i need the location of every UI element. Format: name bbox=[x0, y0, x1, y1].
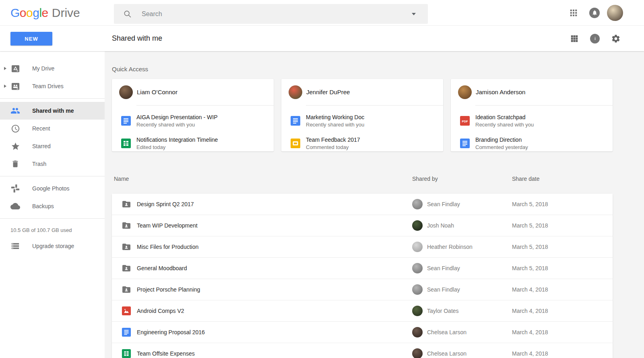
sidebar-item-shared-with-me[interactable]: Shared with me bbox=[0, 102, 105, 120]
table-row[interactable]: Android Comps V2 Taylor Oates March 4, 2… bbox=[112, 300, 613, 322]
row-share-date: March 4, 2018 bbox=[512, 329, 548, 335]
search-icon bbox=[123, 10, 132, 19]
file-status: Recently shared with you bbox=[475, 122, 534, 128]
column-header-name[interactable]: Name bbox=[114, 176, 129, 182]
sidebar-item-label: Trash bbox=[32, 161, 46, 167]
sidebar-item-backups[interactable]: Backups bbox=[0, 197, 105, 215]
docs-file-icon bbox=[121, 116, 131, 126]
pdf-file-icon: PDF bbox=[460, 116, 470, 126]
page-title: Shared with me bbox=[112, 26, 162, 51]
quick-access-title: Quick Access bbox=[112, 66, 644, 72]
grid-view-icon[interactable] bbox=[570, 34, 579, 43]
file-title: Branding Direction bbox=[475, 137, 528, 143]
card-file-entry[interactable]: Branding Direction Commented yesterday bbox=[451, 132, 613, 151]
row-share-date: March 5, 2018 bbox=[512, 222, 548, 229]
row-file-name: Team Offsite Expenses bbox=[137, 350, 195, 357]
docs-file-icon bbox=[122, 327, 131, 337]
search-options-caret-icon[interactable] bbox=[412, 13, 416, 15]
expand-arrow-icon[interactable] bbox=[4, 67, 6, 70]
table-row[interactable]: Engineering Proposal 2016 Chelsea Larson… bbox=[112, 322, 613, 343]
file-title: AIGA Design Presentation - WIP bbox=[136, 114, 218, 120]
quick-access-card[interactable]: Jamison Anderson PDF Ideation Scratchpad… bbox=[451, 79, 613, 151]
file-status: Commented today bbox=[306, 144, 360, 150]
upgrade-storage-label: Upgrade storage bbox=[32, 243, 74, 249]
account-avatar[interactable] bbox=[607, 5, 623, 21]
sidebar-item-starred[interactable]: Starred bbox=[0, 137, 105, 155]
sharer-avatar bbox=[412, 348, 423, 358]
settings-gear-icon[interactable] bbox=[611, 34, 621, 43]
sidebar-divider bbox=[0, 98, 105, 99]
sharer-avatar bbox=[412, 306, 423, 316]
card-file-entry[interactable]: Marketing Working Doc Recently shared wi… bbox=[281, 110, 443, 132]
sidebar-item-team-drives[interactable]: Team Drives bbox=[0, 77, 105, 95]
card-file-entry[interactable]: Team Feedback 2017 Commented today bbox=[281, 132, 443, 151]
row-file-name: General Moodboard bbox=[137, 265, 187, 271]
sidebar-item-google-photos[interactable]: Google Photos bbox=[0, 180, 105, 197]
google-logo-letter: e bbox=[42, 6, 48, 19]
upgrade-storage-button[interactable]: Upgrade storage bbox=[0, 237, 105, 255]
column-header-shared-by[interactable]: Shared by bbox=[412, 176, 438, 182]
google-logo-letter: o bbox=[20, 6, 26, 19]
google-drive-logo[interactable]: Google Drive bbox=[10, 0, 80, 25]
slides-file-icon bbox=[290, 138, 301, 149]
file-title: Ideation Scratchpad bbox=[475, 114, 534, 120]
sharer-name: Josh Noah bbox=[427, 222, 454, 229]
table-row[interactable]: Team Offsite Expenses Chelsea Larson Mar… bbox=[112, 343, 613, 358]
file-title: Marketing Working Doc bbox=[306, 114, 364, 120]
row-file-name: Project Porsche Planning bbox=[137, 286, 200, 293]
toolbar-actions bbox=[570, 26, 644, 51]
file-status: Recently shared with you bbox=[136, 122, 218, 128]
row-file-name: Misc Files for Production bbox=[137, 244, 198, 250]
quick-access-card[interactable]: Jennifer DuPree Marketing Working Doc Re… bbox=[281, 79, 443, 151]
card-person-header: Jennifer DuPree bbox=[281, 79, 443, 105]
sidebar-item-label: Recent bbox=[32, 125, 50, 132]
table-row[interactable]: Project Porsche Planning Sean Findlay Ma… bbox=[112, 279, 613, 300]
sidebar-item-my-drive[interactable]: My Drive bbox=[0, 60, 105, 77]
sidebar-divider bbox=[0, 176, 105, 176]
sidebar-item-label: Starred bbox=[32, 143, 51, 149]
sharer-name: Sean Findlay bbox=[427, 201, 460, 207]
sidebar-item-label: Google Photos bbox=[32, 185, 70, 192]
info-icon[interactable] bbox=[590, 34, 600, 43]
new-button[interactable]: NEW bbox=[10, 32, 52, 46]
card-file-entry[interactable]: Notifications Integration Timeline Edite… bbox=[112, 132, 274, 151]
row-file-name: Design Sprint Q2 2017 bbox=[137, 201, 194, 207]
card-file-entry[interactable]: PDF Ideation Scratchpad Recently shared … bbox=[451, 110, 613, 132]
search-input[interactable]: Search bbox=[114, 4, 428, 24]
sidebar-divider bbox=[0, 218, 105, 219]
sharer-name: Chelsea Larson bbox=[427, 329, 466, 335]
notifications-bell-icon[interactable] bbox=[589, 8, 600, 18]
table-row[interactable]: General Moodboard Sean Findlay March 5, … bbox=[112, 258, 613, 279]
google-logo-letter: o bbox=[26, 6, 33, 19]
sharer-avatar bbox=[412, 327, 423, 337]
sharer-name: Sean Findlay bbox=[427, 286, 460, 293]
page-toolbar: NEW Shared with me bbox=[0, 26, 644, 51]
quick-access-card[interactable]: Liam O’Connor AIGA Design Presentation -… bbox=[112, 79, 274, 151]
column-header-share-date[interactable]: Share date bbox=[512, 176, 540, 182]
table-row[interactable]: Team WIP Development Josh Noah March 5, … bbox=[112, 215, 613, 236]
main-content: Quick Access Liam O’Connor AIGA Design P… bbox=[105, 51, 644, 358]
sidebar-item-recent[interactable]: Recent bbox=[0, 120, 105, 137]
drive-logo-text: Drive bbox=[52, 6, 80, 20]
folder-file-icon bbox=[122, 221, 131, 230]
table-row[interactable]: Misc Files for Production Heather Robins… bbox=[112, 236, 613, 258]
google-logo-letter: g bbox=[33, 6, 39, 19]
row-share-date: March 4, 2018 bbox=[512, 308, 548, 314]
folder-file-icon bbox=[122, 285, 131, 294]
person-avatar bbox=[458, 85, 472, 99]
sharer-avatar bbox=[412, 220, 423, 231]
folder-file-icon bbox=[122, 199, 131, 209]
sharer-name: Heather Robinson bbox=[427, 244, 473, 250]
sharer-avatar bbox=[412, 199, 423, 209]
expand-arrow-icon[interactable] bbox=[4, 85, 6, 88]
row-share-date: March 4, 2018 bbox=[512, 286, 548, 293]
table-row[interactable]: Design Sprint Q2 2017 Sean Findlay March… bbox=[112, 194, 613, 215]
sidebar-item-trash[interactable]: Trash bbox=[0, 155, 105, 173]
search-placeholder: Search bbox=[142, 10, 162, 18]
photos-icon bbox=[10, 184, 20, 193]
card-file-entry[interactable]: AIGA Design Presentation - WIP Recently … bbox=[112, 110, 274, 132]
card-person-header: Liam O’Connor bbox=[112, 79, 274, 105]
folder-file-icon bbox=[122, 242, 131, 252]
sharer-avatar bbox=[412, 284, 423, 295]
apps-grid-icon[interactable] bbox=[569, 8, 578, 17]
